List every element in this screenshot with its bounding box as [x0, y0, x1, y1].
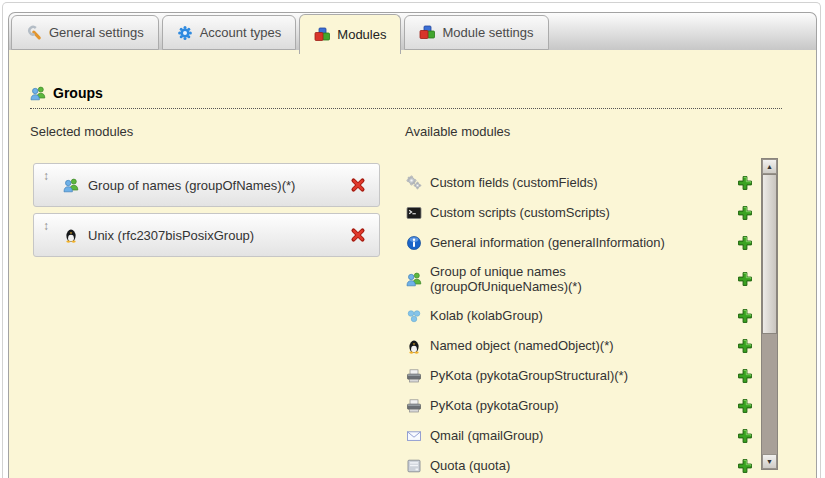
selected-module-row[interactable]: ↕ Group of names (groupOfNames)(*) [33, 163, 380, 207]
gear-icon [177, 25, 193, 41]
scroll-up-button[interactable]: ▲ [762, 159, 777, 174]
available-module-label: Qmail (qmailGroup) [430, 428, 543, 443]
add-button[interactable] [737, 338, 753, 354]
section-title-groups: Groups [30, 85, 782, 109]
tab-modules[interactable]: Modules [299, 14, 401, 54]
available-module-row: PyKota (pykotaGroup) [406, 391, 753, 421]
available-module-label: Custom fields (customFields) [430, 175, 598, 190]
cubes-icon [419, 25, 435, 41]
info-icon [406, 235, 422, 251]
available-module-row: Kolab (kolabGroup) [406, 301, 753, 331]
available-module-label: PyKota (pykotaGroupStructural)(*) [430, 368, 628, 383]
tab-bar: General settings Account types Modules M… [8, 12, 817, 50]
scroll-down-button[interactable]: ▼ [762, 454, 777, 469]
tab-module-settings[interactable]: Module settings [404, 15, 548, 50]
available-module-row: Qmail (qmailGroup) [406, 421, 753, 451]
add-button[interactable] [737, 398, 753, 414]
scroll-thumb[interactable] [762, 174, 777, 334]
section-title-text: Groups [53, 85, 103, 101]
available-modules-list: Custom fields (customFields) Custom scri… [406, 168, 753, 478]
drag-handle-icon[interactable]: ↕ [43, 170, 49, 182]
tab-label: General settings [49, 25, 144, 40]
add-button[interactable] [737, 428, 753, 444]
selected-module-label: Group of names (groupOfNames)(*) [88, 178, 295, 193]
available-module-row: Quota (quota) [406, 451, 753, 478]
envelope-icon [406, 428, 422, 444]
available-module-label: Group of unique names (groupOfUniqueName… [430, 264, 702, 295]
selected-module-label: Unix (rfc2307bisPosixGroup) [88, 228, 254, 243]
available-module-label: Quota (quota) [430, 458, 510, 473]
add-button[interactable] [737, 271, 753, 287]
selected-modules-list: ↕ Group of names (groupOfNames)(*) ↕ Uni… [33, 163, 380, 257]
kolab-icon [406, 308, 422, 324]
group-icon [406, 271, 422, 287]
available-module-label: Named object (namedObject)(*) [430, 338, 614, 353]
terminal-icon [406, 205, 422, 221]
tab-label: Modules [337, 27, 386, 42]
cubes-icon [314, 27, 330, 43]
available-module-row: PyKota (pykotaGroupStructural)(*) [406, 361, 753, 391]
add-button[interactable] [737, 458, 753, 474]
drag-handle-icon[interactable]: ↕ [43, 220, 49, 232]
available-module-label: General information (generalInformation) [430, 235, 665, 250]
remove-button[interactable] [350, 227, 366, 243]
tab-general-settings[interactable]: General settings [11, 15, 159, 50]
printer-icon [406, 398, 422, 414]
available-module-row: Custom scripts (customScripts) [406, 198, 753, 228]
available-module-row: Group of unique names (groupOfUniqueName… [406, 258, 753, 301]
available-module-label: PyKota (pykotaGroup) [430, 398, 559, 413]
available-module-row: General information (generalInformation) [406, 228, 753, 258]
tab-label: Module settings [442, 25, 533, 40]
tux-icon [63, 227, 79, 243]
tab-account-types[interactable]: Account types [162, 15, 297, 50]
available-module-row: Custom fields (customFields) [406, 168, 753, 198]
gears-icon [406, 175, 422, 191]
add-button[interactable] [737, 235, 753, 251]
available-module-row: Named object (namedObject)(*) [406, 331, 753, 361]
available-module-label: Kolab (kolabGroup) [430, 308, 543, 323]
add-button[interactable] [737, 175, 753, 191]
add-button[interactable] [737, 308, 753, 324]
available-modules-scrollbar[interactable]: ▲ ▼ [761, 158, 778, 470]
group-icon [30, 85, 46, 101]
group-icon [63, 177, 79, 193]
remove-button[interactable] [350, 177, 366, 193]
selected-module-row[interactable]: ↕ Unix (rfc2307bisPosixGroup) [33, 213, 380, 257]
disk-icon [406, 458, 422, 474]
add-button[interactable] [737, 368, 753, 384]
printer-icon [406, 368, 422, 384]
wrench-icon [26, 25, 42, 41]
available-modules-label: Available modules [405, 124, 510, 139]
selected-modules-label: Selected modules [30, 124, 133, 139]
tab-label: Account types [200, 25, 282, 40]
add-button[interactable] [737, 205, 753, 221]
available-module-label: Custom scripts (customScripts) [430, 205, 610, 220]
tux-icon [406, 338, 422, 354]
